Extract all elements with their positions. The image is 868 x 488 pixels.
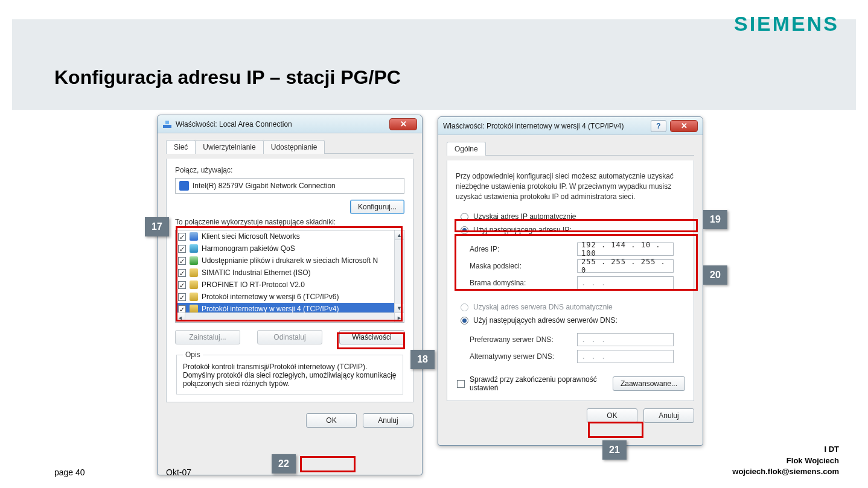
callout-17: 17: [145, 217, 169, 236]
radio-manual-dns-label: Użyj następujących adresów serwerów DNS:: [473, 316, 617, 325]
dns-alt-input[interactable]: . . .: [577, 350, 674, 363]
svg-rect-1: [165, 121, 169, 124]
protocol-icon: [190, 268, 198, 277]
properties-button[interactable]: Właściwości: [339, 330, 404, 344]
footer-email: wojciech.flok@siemens.com: [732, 466, 839, 477]
radio-manual-ip-label: Użyj następującego adresu IP:: [473, 226, 572, 234]
callout-18: 18: [410, 350, 435, 369]
radio-auto-ip[interactable]: Uzyskaj adres IP automatycznie: [456, 210, 685, 223]
list-item[interactable]: SIMATIC Industrial Ethernet (ISO): [202, 268, 311, 277]
footer-date: Okt-07: [166, 467, 191, 477]
validate-checkbox[interactable]: Sprawdź przy zakończeniu poprawność usta…: [456, 377, 607, 390]
ok-button[interactable]: OK: [587, 408, 637, 423]
footer-author: I DT Flok Wojciech wojciech.flok@siemens…: [732, 444, 839, 477]
footer-name: Flok Wojciech: [732, 455, 839, 466]
callout-19: 19: [703, 210, 727, 229]
cancel-button[interactable]: Anuluj: [363, 413, 413, 428]
dialog2-titlebar[interactable]: Właściwości: Protokół internetowy w wers…: [438, 117, 703, 135]
dns-alt-label: Alternatywny serwer DNS:: [456, 352, 577, 361]
title-bar-bg: [12, 19, 856, 110]
gateway-input[interactable]: . . .: [577, 276, 674, 290]
brand-logo: SIEMENS: [734, 12, 839, 36]
list-item[interactable]: PROFINET IO RT-Protocol V2.0: [202, 280, 305, 289]
callout-22: 22: [272, 454, 296, 474]
gateway-label: Brama domyślna:: [456, 279, 577, 287]
dialog2-title: Właściwości: Protokół internetowy w wers…: [443, 122, 624, 130]
list-item[interactable]: Harmonogram pakietów QoS: [202, 244, 295, 253]
radio-manual-dns[interactable]: Użyj następujących adresów serwerów DNS:: [456, 314, 685, 327]
description-box: Opis Protokół kontroli transmisji/Protok…: [176, 350, 403, 395]
mask-input[interactable]: 255 . 255 . 255 . 0: [577, 259, 674, 273]
dns-pref-label: Preferowany serwer DNS:: [456, 335, 577, 344]
uninstall-button[interactable]: Odinstaluj: [257, 330, 322, 344]
advanced-button[interactable]: Zaawansowane...: [613, 376, 685, 391]
close-icon[interactable]: ✕: [389, 118, 417, 130]
list-item[interactable]: Udostępnianie plików i drukarek w siecia…: [202, 256, 378, 265]
help-icon[interactable]: ?: [651, 120, 666, 132]
radio-icon: [461, 317, 468, 325]
scrollbar-vertical[interactable]: ▲▼: [394, 230, 404, 312]
ip-label: Adres IP:: [456, 245, 577, 253]
callout-21: 21: [602, 440, 627, 460]
nic-field[interactable]: Intel(R) 82579V Gigabit Network Connecti…: [175, 178, 404, 194]
tab-udostepnianie[interactable]: Udostępnianie: [263, 140, 325, 154]
dialog2-tabs: Ogólne: [447, 141, 694, 156]
protocol-icon: [190, 305, 198, 313]
share-icon: [190, 256, 198, 265]
components-list[interactable]: Klient sieci Microsoft Networks Harmonog…: [175, 230, 404, 323]
dialog1-title: Właściwości: Local Area Connection: [176, 120, 292, 128]
protocol-icon: [190, 293, 198, 301]
footer-dept: I DT: [732, 444, 839, 455]
ok-button[interactable]: OK: [306, 413, 357, 428]
radio-icon: [461, 213, 468, 221]
radio-auto-dns: Uzyskaj adres serwera DNS automatycznie: [456, 300, 685, 314]
callout-20: 20: [703, 265, 727, 285]
radio-auto-dns-label: Uzyskaj adres serwera DNS automatycznie: [473, 303, 613, 311]
list-item[interactable]: Protokół internetowy w wersji 6 (TCP/IPv…: [202, 293, 339, 301]
list-item-selected[interactable]: Protokół internetowy w wersji 4 (TCP/IPv…: [202, 305, 339, 313]
nic-icon: [179, 181, 189, 191]
tab-siec[interactable]: Sieć: [166, 140, 196, 154]
radio-icon: [461, 226, 468, 234]
qos-icon: [190, 244, 198, 253]
configure-button[interactable]: Konfiguruj...: [350, 200, 404, 214]
cancel-button[interactable]: Anuluj: [643, 408, 694, 423]
nic-name: Intel(R) 82579V Gigabit Network Connecti…: [193, 182, 336, 190]
description-legend: Opis: [183, 350, 203, 359]
dialog-lan-properties: Właściwości: Local Area Connection ✕ Sie…: [157, 115, 423, 475]
install-button[interactable]: Zainstaluj...: [175, 330, 240, 344]
radio-icon: [461, 303, 468, 311]
components-label: To połączenie wykorzystuje następujące s…: [175, 218, 404, 226]
validate-label: Sprawdź przy zakończeniu poprawność usta…: [470, 375, 602, 393]
client-icon: [190, 232, 198, 241]
protocol-icon: [190, 280, 198, 289]
tab-uwierzytelnianie[interactable]: Uwierzytelnianie: [195, 140, 263, 154]
tab-ogolne[interactable]: Ogólne: [447, 142, 486, 156]
dialog1-titlebar[interactable]: Właściwości: Local Area Connection ✕: [158, 115, 422, 133]
dns-pref-input[interactable]: . . .: [577, 333, 674, 346]
footer-page: page 40: [54, 467, 85, 477]
radio-auto-ip-label: Uzyskaj adres IP automatycznie: [473, 212, 576, 221]
connect-using-label: Połącz, używając:: [175, 166, 404, 174]
mask-label: Maska podsieci:: [456, 262, 577, 270]
scrollbar-horizontal[interactable]: ◄►: [176, 312, 404, 322]
ipv4-description: Przy odpowiedniej konfiguracji sieci moż…: [456, 171, 685, 201]
dialog-ipv4-properties: Właściwości: Protokół internetowy w wers…: [438, 116, 703, 446]
close-icon[interactable]: ✕: [670, 120, 698, 132]
ip-input[interactable]: 192 . 144 . 10 . 100: [577, 242, 674, 256]
checkbox-icon: [457, 380, 465, 388]
slide: SIEMENS Konfiguracja adresu IP – stacji …: [0, 0, 868, 488]
list-item[interactable]: Klient sieci Microsoft Networks: [202, 232, 300, 241]
svg-rect-0: [163, 125, 171, 128]
description-text: Protokół kontroli transmisji/Protokół in…: [183, 363, 397, 388]
network-icon: [162, 119, 172, 129]
dialog1-tabs: Sieć Uwierzytelnianie Udostępnianie: [166, 139, 413, 154]
slide-title: Konfiguracja adresu IP – stacji PG/PC: [54, 66, 401, 89]
radio-manual-ip[interactable]: Użyj następującego adresu IP:: [456, 223, 685, 236]
